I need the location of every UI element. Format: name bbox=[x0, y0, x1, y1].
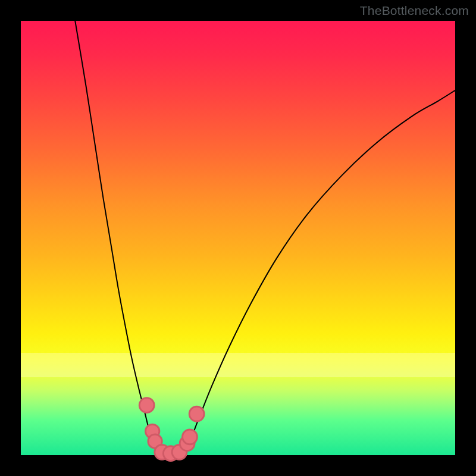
left-upper-dot bbox=[139, 398, 154, 413]
source-label: TheBottleneck.com bbox=[360, 4, 469, 18]
right-upper-dot bbox=[189, 406, 204, 421]
right-pill-b bbox=[183, 430, 198, 444]
plot-area bbox=[21, 21, 455, 455]
chart-svg bbox=[21, 21, 455, 455]
stage: TheBottleneck.com bbox=[0, 0, 476, 476]
left-curve bbox=[75, 21, 158, 452]
right-curve bbox=[184, 90, 455, 452]
